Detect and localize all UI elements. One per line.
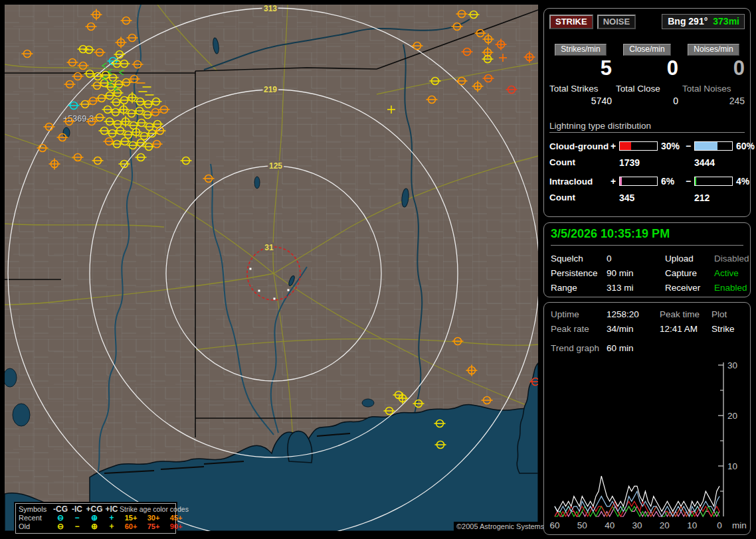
status-panel: 3/5/2026 10:35:19 PM Squelch 0 Upload Di…	[543, 222, 751, 297]
range-value: 313 mi	[607, 283, 665, 293]
svg-text:313: 313	[264, 5, 277, 13]
plot-value: Strike	[711, 324, 743, 334]
noises-per-min-value: 0	[682, 57, 745, 80]
intracloud-label: Intracloud	[549, 177, 611, 187]
ic-negative-count: 212	[686, 193, 745, 203]
peak-rate-value: 34/min	[607, 324, 660, 334]
svg-text:219: 219	[264, 85, 277, 94]
persistence-value: 90 min	[607, 268, 665, 278]
plus-icon: +	[104, 522, 120, 531]
total-close-label: Total Close	[616, 84, 678, 94]
svg-text:30: 30	[727, 360, 737, 370]
cg-negative-pct: 60%	[733, 141, 756, 151]
receiver-status: Enabled	[714, 283, 749, 293]
svg-text:40: 40	[605, 520, 614, 530]
ic-positive-bar	[619, 177, 658, 186]
count-label: Count	[549, 157, 611, 168]
age-45: 45+	[165, 514, 187, 522]
upload-status: Disabled	[714, 254, 749, 264]
lightning-map[interactable]: 31321912531 +5369-3 Symbols -CG -IC +CG …	[5, 5, 538, 531]
datetime-display: 3/5/2026 10:35:19 PM	[551, 227, 743, 246]
bearing-value: Bng 291°	[668, 16, 708, 27]
strike-toggle-button[interactable]: STRIKE	[549, 15, 593, 29]
age-75: 75+	[142, 522, 165, 531]
legend-recent-label: Recent	[19, 514, 52, 522]
svg-text:10: 10	[687, 520, 697, 530]
range-label: Range	[551, 283, 607, 293]
ic-negative-bar	[694, 177, 733, 186]
uptime-value: 1258:20	[607, 309, 660, 319]
close-per-min-label: Close/min	[623, 44, 670, 56]
app-root: { "header": { "strike_btn": "STRIKE", "n…	[0, 0, 756, 539]
total-noises-value: 245	[682, 96, 745, 106]
upload-label: Upload	[665, 254, 714, 264]
total-strikes-value: 5740	[549, 96, 612, 106]
ic-positive-count: 345	[611, 193, 686, 203]
legend-old-label: Old	[19, 522, 52, 531]
strikes-per-min-label: Strikes/min	[555, 44, 606, 56]
cg-positive-count: 1739	[611, 157, 686, 168]
noises-per-min-counter: Noises/min 0 Total Noises 245	[682, 44, 745, 106]
cg-positive-bar	[619, 141, 658, 151]
svg-text:60: 60	[549, 520, 559, 530]
circle-plus-icon: ⊕	[85, 522, 104, 531]
receiver-label: Receiver	[665, 283, 714, 293]
uptime-label: Uptime	[551, 309, 607, 319]
age-15: 15+	[120, 514, 142, 522]
svg-text:0: 0	[717, 520, 722, 530]
count-label: Count	[549, 193, 611, 203]
legend-age-title: Strike age color codes	[120, 505, 187, 514]
copyright-text: ©2005 Astrogenic Systems	[454, 522, 547, 532]
cloud-ground-row: Cloud-ground + 30% − 60%	[549, 141, 745, 151]
intracloud-count-row: Count 345 212	[549, 193, 745, 203]
persistence-label: Persistence	[551, 268, 607, 278]
trend-graph-label: Trend graph	[551, 343, 607, 353]
plot-label: Plot	[711, 309, 743, 319]
squelch-value: 0	[607, 254, 665, 264]
peak-rate-label: Peak rate	[551, 324, 607, 334]
svg-text:31: 31	[264, 243, 274, 252]
cg-negative-bar	[694, 141, 733, 151]
intracloud-row: Intracloud + 6% − 4%	[549, 176, 745, 187]
total-strikes-label: Total Strikes	[549, 84, 612, 94]
squelch-label: Squelch	[551, 254, 607, 264]
minus-sign: −	[686, 141, 694, 151]
close-per-min-counter: Close/min 0 Total Close 0	[616, 44, 678, 106]
cloud-ground-label: Cloud-ground	[549, 141, 611, 151]
plus-sign: +	[611, 141, 619, 151]
distribution-title: Lightning type distribution	[549, 121, 745, 133]
strikes-per-min-value: 5	[549, 57, 612, 80]
svg-text:20: 20	[660, 520, 670, 530]
minus-icon: −	[69, 522, 85, 531]
svg-text:125: 125	[269, 161, 282, 171]
distance-value: 373mi	[713, 16, 739, 27]
age-30: 30+	[142, 514, 165, 522]
capture-status: Active	[714, 268, 749, 278]
noise-toggle-button[interactable]: NOISE	[597, 15, 636, 29]
svg-text:20: 20	[727, 411, 737, 421]
svg-text:50: 50	[577, 520, 587, 530]
trend-graph-value: 60 min	[607, 343, 743, 353]
svg-text:10: 10	[727, 461, 737, 471]
ic-positive-pct: 6%	[658, 176, 686, 187]
strikes-per-min-counter: Strikes/min 5 Total Strikes 5740	[549, 44, 612, 106]
map-canvas: 31321912531 +5369-3	[5, 5, 538, 531]
trend-panel: Uptime 1258:20 Peak time Plot Peak rate …	[543, 302, 751, 535]
peak-time-value: 12:41 AM	[660, 324, 711, 334]
age-60: 60+	[120, 522, 142, 531]
total-close-value: 0	[616, 96, 678, 106]
ic-negative-pct: 4%	[733, 176, 756, 187]
minus-sign: −	[686, 176, 694, 187]
peak-time-label: Peak time	[660, 309, 711, 319]
age-90: 90+	[165, 522, 187, 531]
capture-label: Capture	[665, 268, 714, 278]
svg-text:min: min	[732, 520, 747, 530]
cg-positive-pct: 30%	[658, 141, 686, 151]
legend-symbols-header: Symbols	[19, 505, 52, 514]
plus-sign: +	[611, 176, 619, 187]
close-per-min-value: 0	[616, 57, 678, 80]
trend-graph-chart: 1020306050403020100min	[545, 357, 749, 532]
strike-stats-panel: STRIKE NOISE Bng 291°373mi Strikes/min 5…	[543, 8, 751, 217]
circle-minus-icon: ⊖	[52, 522, 69, 531]
noises-per-min-label: Noises/min	[688, 44, 739, 56]
